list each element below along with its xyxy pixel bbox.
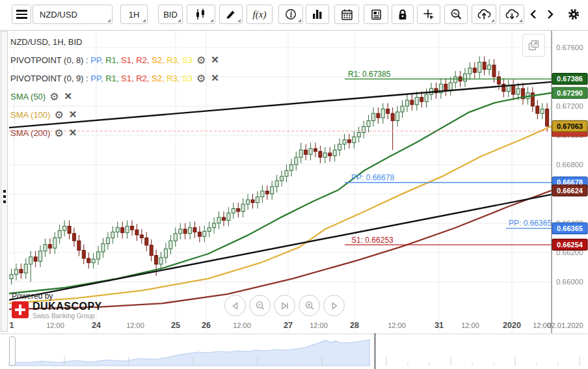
- load-template-button[interactable]: [500, 5, 524, 24]
- price-axis-badge: 0.66365: [552, 223, 587, 234]
- pivot-level-r2: R2,: [136, 74, 152, 83]
- chevron-down-icon: [142, 19, 146, 22]
- lock-button[interactable]: [392, 5, 414, 24]
- candle-body: [198, 232, 201, 237]
- time-tick-label: 12:00: [461, 321, 479, 329]
- step-back-button[interactable]: [224, 295, 246, 316]
- info-button[interactable]: [278, 5, 303, 24]
- info-icon: [285, 8, 297, 20]
- chevron-down-icon: [210, 19, 213, 22]
- crosshair-button[interactable]: [417, 5, 440, 24]
- candle-body: [203, 231, 206, 236]
- candle-body: [34, 257, 37, 262]
- pivot-level-r2: R2,: [136, 55, 152, 65]
- navigator-right-handle[interactable]: [374, 333, 376, 369]
- candle-body: [20, 269, 23, 273]
- candle-body: [97, 252, 100, 259]
- candle-body: [179, 229, 182, 234]
- candle-body: [425, 94, 428, 102]
- settings-button[interactable]: [563, 5, 584, 24]
- candle-body: [14, 269, 18, 275]
- indicator-remove-icon[interactable]: ✕: [211, 54, 219, 66]
- pivot-level-label: S1: 0.66253: [351, 236, 394, 245]
- indicator-settings-icon[interactable]: ⚙: [196, 54, 206, 66]
- badge-value: 0.67290: [557, 89, 583, 97]
- zoom-in-button[interactable]: [299, 295, 320, 316]
- candle-body: [289, 165, 293, 171]
- indicator-name: SMA (200): [10, 128, 50, 138]
- brand-name: DUKASCOPY: [33, 301, 102, 312]
- panel-resize-track[interactable]: [1, 31, 8, 332]
- time-tick-label: 31: [434, 321, 444, 330]
- timeframe-label: 1H: [129, 10, 140, 20]
- chevron-down-icon: [178, 19, 181, 22]
- candle-body: [444, 84, 448, 90]
- price-axis-badge: 0.66254: [552, 239, 587, 250]
- candle-body: [217, 217, 220, 223]
- function-button[interactable]: f(x): [247, 5, 273, 24]
- pivot-level-pp: PP,: [90, 74, 105, 83]
- pivot-level-s3: S3: [182, 55, 193, 65]
- indicator-settings-icon[interactable]: ⚙: [49, 90, 59, 103]
- calendar-icon: [341, 8, 353, 21]
- chevron-down-icon: [491, 19, 494, 22]
- chart-legend: NZD/USD, 1H, BIDPIVOTPOINT (0, 8) : PP, …: [10, 33, 219, 142]
- time-tick-label: 27: [284, 321, 293, 330]
- candle-body: [295, 157, 298, 165]
- candle-body: [353, 137, 356, 143]
- pivot-level-s2: S2,: [152, 55, 167, 65]
- sma-line: [9, 126, 552, 303]
- scroll-left-button[interactable]: [526, 5, 541, 24]
- news-button[interactable]: [364, 5, 388, 24]
- price-side-select[interactable]: BID: [158, 5, 183, 24]
- indicator-settings-icon[interactable]: ⚙: [54, 127, 63, 139]
- zoom-out-button[interactable]: [249, 295, 271, 316]
- price-side-label: BID: [163, 10, 178, 20]
- chart-type-button[interactable]: [187, 5, 215, 24]
- timeframe-select[interactable]: 1H: [120, 5, 148, 24]
- zoom-in-icon: [304, 301, 315, 311]
- symbol-select[interactable]: NZD/USD: [33, 5, 113, 24]
- lock-icon: [397, 8, 408, 21]
- volume-button[interactable]: [306, 5, 329, 24]
- play-button[interactable]: [323, 295, 345, 316]
- navigator-left-handle[interactable]: [9, 336, 16, 366]
- time-tick-label: 12:00: [46, 321, 64, 329]
- indicator-settings-icon[interactable]: ⚙: [54, 109, 63, 121]
- candle-body: [247, 200, 250, 204]
- price-axis-badge: 0.67063: [552, 120, 587, 131]
- candle-body: [483, 62, 486, 70]
- indicator-remove-icon[interactable]: ✕: [211, 72, 219, 84]
- indicator-settings-icon[interactable]: ⚙: [196, 72, 206, 85]
- time-tick-label: 25: [171, 321, 180, 330]
- chart-toolbar: NZD/USD 1H BID f(x): [0, 0, 588, 31]
- navigator-minimap[interactable]: [0, 334, 588, 366]
- candle-body: [454, 77, 457, 83]
- candle-body: [415, 98, 418, 105]
- skip-to-end-button[interactable]: [274, 295, 295, 316]
- menu-button[interactable]: [12, 5, 31, 24]
- indicator-remove-icon[interactable]: ✕: [69, 109, 77, 120]
- indicator-remove-icon[interactable]: ✕: [64, 90, 73, 102]
- candle-body: [401, 106, 404, 112]
- popout-chart-button[interactable]: [522, 34, 545, 57]
- candle-body: [189, 228, 192, 234]
- chevron-left-icon: [529, 8, 538, 20]
- indicator-remove-icon[interactable]: ✕: [69, 127, 77, 139]
- candle-body: [261, 191, 264, 197]
- pivot-level-r3: R3,: [167, 74, 182, 83]
- save-template-button[interactable]: [472, 5, 496, 24]
- draw-tool-button[interactable]: [219, 5, 243, 24]
- time-tick-label: 28: [350, 321, 359, 330]
- time-tick-label: 24: [92, 321, 101, 330]
- calendar-button[interactable]: [334, 5, 359, 24]
- candle-body: [44, 245, 47, 251]
- price-tick-label: 0.66800: [556, 161, 583, 169]
- candle-body: [473, 68, 476, 73]
- candle-body: [121, 228, 124, 233]
- candle-body: [449, 83, 452, 90]
- candle-body: [377, 113, 380, 118]
- open-in-new-window-icon: [528, 39, 540, 51]
- scroll-right-button[interactable]: [542, 5, 558, 24]
- zoom-tool-button[interactable]: [444, 5, 468, 24]
